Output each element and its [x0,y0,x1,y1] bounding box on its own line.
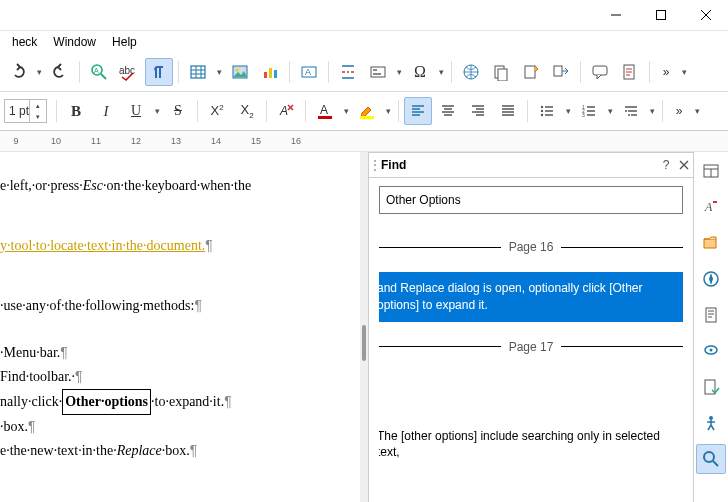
insert-chart-button[interactable] [256,58,284,86]
separator [197,100,198,122]
formatting-toolbar: 1 pt ▴▾ B I U ▾ S X2 X2 A A ▾ ▾ ▾ 123 ▾ … [0,92,728,131]
menu-item[interactable]: Help [104,33,145,51]
sidebar-tab-find[interactable] [696,444,726,474]
formatting-marks-button[interactable] [145,58,173,86]
numbered-list-dropdown[interactable]: ▾ [605,98,615,124]
svg-rect-14 [373,73,381,75]
panel-splitter[interactable] [360,152,368,502]
undo-dropdown[interactable]: ▾ [34,59,44,85]
font-color-button[interactable]: A [311,97,339,125]
separator [56,100,57,122]
svg-point-41 [709,416,713,420]
outline-list-button[interactable] [617,97,645,125]
insert-page-break-button[interactable] [334,58,362,86]
insert-bookmark-button[interactable] [517,58,545,86]
sidebar-tab-page[interactable] [696,300,726,330]
strikethrough-button[interactable]: S [164,97,192,125]
find-result-item[interactable]: and Replace dialog is open, optionally c… [379,272,683,322]
text-line: e·the·new·text·in·the·Replace·box.¶ [0,439,352,463]
clear-formatting-button[interactable]: A [272,97,300,125]
svg-point-32 [625,110,627,112]
toolbar-options-dropdown[interactable]: ▾ [679,59,689,85]
svg-rect-8 [269,68,272,78]
document-area[interactable]: e·left,·or·press·Esc·on·the·keyboard·whe… [0,152,360,502]
maximize-button[interactable] [638,0,683,30]
align-left-button[interactable] [404,97,432,125]
insert-comment-button[interactable] [586,58,614,86]
italic-button[interactable]: I [92,97,120,125]
separator [649,61,650,83]
ruler-tick: 9 [10,136,22,146]
horizontal-ruler[interactable]: 9 10 11 12 13 14 15 16 [0,131,728,152]
text-line: e·left,·or·press·Esc·on·the·keyboard·whe… [0,174,352,198]
insert-table-button[interactable] [184,58,212,86]
find-result-item[interactable]: The [other options] include searching on… [379,420,683,470]
blank-line [0,258,352,294]
text-line: Find·toolbar.·¶ [0,365,352,389]
insert-field-dropdown[interactable]: ▾ [394,59,404,85]
highlighted-match: Other·options [62,389,151,415]
sidebar-tab-styles[interactable]: A [696,192,726,222]
track-changes-button[interactable] [616,58,644,86]
text-line: ·Menu·bar.¶ [0,341,352,365]
sidebar-tab-strip: A [693,152,728,502]
outline-list-dropdown[interactable]: ▾ [647,98,657,124]
insert-field-button[interactable] [364,58,392,86]
find-search-input[interactable]: Other Options [379,186,683,214]
numbered-list-button[interactable]: 123 [575,97,603,125]
spellcheck-button[interactable]: abc [115,58,143,86]
find-replace-button[interactable]: A [85,58,113,86]
insert-image-button[interactable] [226,58,254,86]
underline-dropdown[interactable]: ▾ [152,98,162,124]
find-help-button[interactable]: ? [657,156,675,174]
toolbar-options-dropdown[interactable]: ▾ [692,98,702,124]
bold-button[interactable]: B [62,97,90,125]
splitter-grip-icon [362,325,366,361]
insert-footnote-button[interactable] [487,58,515,86]
undo-button[interactable] [4,58,32,86]
align-right-button[interactable] [464,97,492,125]
text-line: nally·click·Other·options·to·expand·it.¶ [0,389,352,415]
minimize-button[interactable] [593,0,638,30]
font-color-dropdown[interactable]: ▾ [341,98,351,124]
insert-cross-reference-button[interactable] [547,58,575,86]
close-window-button[interactable] [683,0,728,30]
subscript-button[interactable]: X2 [233,97,261,125]
ruler-tick: 12 [130,136,142,146]
highlight-dropdown[interactable]: ▾ [383,98,393,124]
insert-table-dropdown[interactable]: ▾ [214,59,224,85]
align-center-button[interactable] [434,97,462,125]
svg-point-39 [710,349,713,352]
sidebar-tab-manage-changes[interactable] [696,372,726,402]
redo-button[interactable] [46,58,74,86]
svg-rect-20 [593,66,607,75]
sidebar-tab-gallery[interactable] [696,228,726,258]
align-justify-button[interactable] [494,97,522,125]
separator [266,100,267,122]
insert-hyperlink-button[interactable] [457,58,485,86]
spin-down[interactable]: ▾ [30,111,46,122]
insert-symbol-button[interactable]: Ω [406,58,434,86]
insert-symbol-dropdown[interactable]: ▾ [436,59,446,85]
find-close-button[interactable] [675,156,693,174]
sidebar-tab-navigator[interactable] [696,264,726,294]
highlight-button[interactable] [353,97,381,125]
spin-up[interactable]: ▴ [30,100,46,111]
sidebar-tab-style-inspector[interactable] [696,336,726,366]
bullet-list-button[interactable] [533,97,561,125]
svg-rect-37 [706,308,716,322]
menu-item[interactable]: heck [4,33,45,51]
text-line: y·tool·to·locate·text·in·the·document.¶ [0,234,352,258]
toolbar-overflow-button[interactable]: » [655,65,677,79]
sidebar-tab-accessibility[interactable] [696,408,726,438]
insert-textbox-button[interactable]: A [295,58,323,86]
underline-button[interactable]: U [122,97,150,125]
sidebar-tab-properties[interactable] [696,156,726,186]
menu-item[interactable]: Window [45,33,104,51]
superscript-button[interactable]: X2 [203,97,231,125]
paragraph-spacing-input[interactable]: 1 pt ▴▾ [4,99,47,123]
svg-rect-7 [264,72,267,78]
paragraph-spacing-value: 1 pt [9,104,29,118]
toolbar-overflow-button[interactable]: » [668,104,690,118]
bullet-list-dropdown[interactable]: ▾ [563,98,573,124]
